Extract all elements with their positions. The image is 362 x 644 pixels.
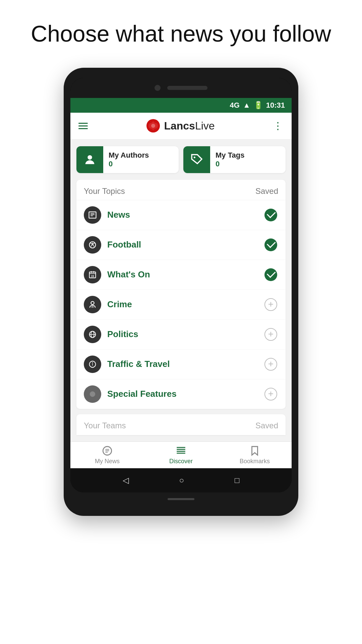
page-title: Choose what news you follow [30,20,332,48]
my-authors-count: 0 [109,160,149,168]
svg-rect-4 [89,212,96,218]
traffic-travel-action[interactable] [263,357,278,372]
phone-top-bar [70,78,292,98]
crime-plus [264,298,277,311]
my-authors-label: My Authors [109,151,149,160]
topics-header-right: Saved [255,186,278,196]
svg-text:15: 15 [91,275,94,278]
special-features-label: Special Features [107,389,263,399]
nav-discover-label: Discover [169,458,193,465]
phone-bottom-bar [70,492,292,506]
topic-item-traffic-travel[interactable]: i Traffic & Travel [76,350,286,379]
topic-item-politics[interactable]: Politics [76,320,286,350]
my-authors-card[interactable]: My Authors 0 [76,146,179,173]
whats-on-label: What's On [107,269,263,280]
topics-section: Your Topics Saved News [76,180,286,409]
android-nav: ◁ ○ □ [70,468,292,492]
nav-bookmarks[interactable]: Bookmarks [218,442,292,468]
more-options-button[interactable]: ⋮ [273,121,284,131]
news-label: News [107,210,263,220]
svg-point-27 [90,391,95,396]
topics-header-left: Your Topics [84,186,125,196]
news-check [264,209,277,221]
svg-line-11 [94,243,95,244]
nav-bookmarks-label: Bookmarks [240,458,270,465]
nav-discover[interactable]: Discover [144,442,218,468]
svg-point-2 [87,155,92,159]
news-action[interactable] [263,208,278,222]
cards-row: My Authors 0 My Tags 0 [70,140,292,180]
football-icon [84,236,101,254]
svg-marker-9 [92,243,94,245]
nav-my-news-label: My News [95,458,120,465]
svg-point-1 [151,124,155,128]
politics-label: Politics [107,329,263,339]
politics-action[interactable] [263,327,278,342]
tag-icon [190,153,203,166]
my-tags-icon-block [183,146,210,173]
crime-label: Crime [107,299,263,310]
time-display: 10:31 [266,101,285,110]
teams-header: Your Teams Saved [84,421,278,430]
menu-button[interactable] [78,123,88,129]
signal-icon: ▲ [243,101,250,110]
phone-screen: 4G ▲ 🔋 10:31 LancsLive ⋮ [70,78,292,492]
svg-point-26 [92,362,93,363]
topic-item-news[interactable]: News [76,200,286,230]
football-check [264,238,277,251]
my-authors-icon-block [76,146,103,173]
logo-rose-icon [146,118,161,133]
svg-line-10 [90,243,91,244]
politics-plus [264,328,277,341]
special-features-icon [84,385,101,403]
status-bar: 4G ▲ 🔋 10:31 [70,98,292,113]
crime-action[interactable] [263,297,278,312]
my-tags-count: 0 [216,160,244,168]
my-tags-card[interactable]: My Tags 0 [183,146,286,173]
app-bar: LancsLive ⋮ [70,113,292,140]
signal-indicator: 4G [230,101,240,110]
special-features-action[interactable] [263,387,278,401]
traffic-travel-plus [264,358,277,371]
football-action[interactable] [263,237,278,252]
teams-header-right: Saved [255,421,278,430]
android-home-button[interactable]: ○ [179,476,184,485]
news-icon [84,206,101,224]
svg-rect-20 [92,306,94,308]
svg-line-12 [93,245,94,247]
my-tags-label: My Tags [216,151,244,160]
android-recents-button[interactable]: □ [235,476,240,485]
phone-device: 4G ▲ 🔋 10:31 LancsLive ⋮ [64,68,298,516]
football-label: Football [107,239,263,250]
traffic-travel-label: Traffic & Travel [107,359,263,369]
teams-section-partial: Your Teams Saved [76,414,286,435]
bottom-indicator [168,498,194,500]
topic-item-football[interactable]: Football [76,230,286,260]
android-back-button[interactable]: ◁ [123,476,129,485]
battery-icon: 🔋 [254,101,263,110]
person-icon [83,153,97,166]
svg-line-13 [91,245,92,247]
topics-header: Your Topics Saved [76,180,286,200]
traffic-icon: i [84,356,101,373]
nav-my-news[interactable]: My News [70,442,144,468]
svg-point-3 [194,156,195,158]
whats-on-check [264,268,277,281]
logo-text: LancsLive [164,120,215,132]
svg-point-19 [91,301,94,304]
bottom-nav: My News Discover Bookmarks [70,441,292,468]
topic-item-special-features[interactable]: Special Features [76,379,286,409]
whats-on-action[interactable] [263,267,278,282]
teams-header-left: Your Teams [84,421,126,430]
whats-on-icon: 15 [84,266,101,283]
topic-item-whats-on[interactable]: 15 What's On [76,260,286,290]
crime-icon [84,296,101,313]
special-features-plus [264,388,277,400]
topic-item-crime[interactable]: Crime [76,290,286,320]
speaker-bar [167,86,207,90]
camera-dot [155,85,161,91]
app-logo: LancsLive [146,118,215,133]
politics-icon [84,326,101,343]
screen-content: My Authors 0 My Tags 0 [70,140,292,441]
